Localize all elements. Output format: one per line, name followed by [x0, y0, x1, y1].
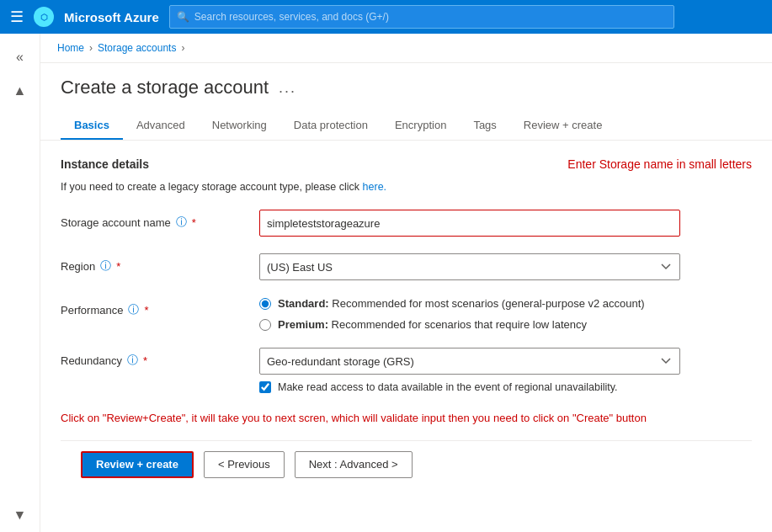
performance-premium-radio[interactable]	[259, 319, 271, 331]
sidebar-collapse-icon[interactable]: «	[0, 40, 40, 74]
storage-name-control	[259, 210, 680, 237]
page-header: Create a storage account ...	[40, 63, 772, 98]
read-access-checkbox[interactable]	[259, 381, 271, 393]
tab-review-create[interactable]: Review + create	[510, 112, 616, 140]
hamburger-icon[interactable]: ☰	[10, 8, 24, 26]
region-control: (US) East US (US) West US (EU) West Euro…	[259, 253, 680, 280]
top-nav: ☰ ⬡ Microsoft Azure 🔍	[0, 0, 772, 34]
page-title: Create a storage account	[61, 77, 269, 98]
section-title: Instance details	[61, 157, 149, 171]
performance-row: Performance ⓘ * Standard: Recommended fo…	[61, 297, 752, 331]
region-row: Region ⓘ * (US) East US (US) West US (EU…	[61, 253, 752, 280]
page-layout: « ▲ ▼ Home › Storage accounts › Create a…	[0, 34, 772, 532]
previous-button[interactable]: < Previous	[204, 451, 285, 478]
legacy-link[interactable]: here.	[363, 181, 387, 193]
storage-name-input[interactable]	[259, 210, 680, 237]
search-input[interactable]	[194, 11, 667, 23]
performance-premium-option[interactable]: Premium: Recommended for scenarios that …	[259, 318, 680, 331]
performance-standard-label: Standard: Recommended for most scenarios…	[278, 297, 645, 310]
content-area: Home › Storage accounts › Create a stora…	[40, 34, 772, 532]
storage-name-row: Storage account name ⓘ *	[61, 210, 752, 237]
tabs-container: Basics Advanced Networking Data protecti…	[40, 98, 772, 141]
breadcrumb-sep2: ›	[181, 42, 184, 54]
top-annotation: Enter Storage name in small letters	[567, 157, 752, 171]
brand-name: Microsoft Azure	[64, 10, 159, 24]
redundancy-info-icon[interactable]: ⓘ	[127, 353, 138, 368]
redundancy-control: Geo-redundant storage (GRS) Locally-redu…	[259, 348, 680, 393]
form-area: Instance details Enter Storage name in s…	[40, 141, 772, 505]
redundancy-row: Redundancy ⓘ * Geo-redundant storage (GR…	[61, 348, 752, 393]
sidebar: « ▲ ▼	[0, 34, 40, 532]
legacy-note: If you need to create a legacy storage a…	[61, 181, 752, 193]
performance-label: Performance ⓘ *	[61, 297, 246, 317]
performance-control: Standard: Recommended for most scenarios…	[259, 297, 680, 331]
tab-basics[interactable]: Basics	[61, 112, 123, 140]
tab-tags[interactable]: Tags	[460, 112, 509, 140]
search-bar[interactable]: 🔍	[169, 5, 674, 29]
breadcrumb-home[interactable]: Home	[57, 42, 84, 54]
redundancy-label-text: Redundancy	[61, 354, 122, 367]
region-required: *	[116, 260, 120, 273]
performance-standard-option[interactable]: Standard: Recommended for most scenarios…	[259, 297, 680, 310]
sidebar-scroll-down[interactable]: ▼	[0, 498, 40, 532]
azure-logo: ⬡	[34, 7, 54, 27]
performance-info-icon[interactable]: ⓘ	[128, 302, 139, 317]
redundancy-checkbox-row: Make read access to data available in th…	[259, 381, 680, 393]
performance-required: *	[144, 304, 148, 317]
performance-standard-radio[interactable]	[259, 298, 271, 310]
storage-name-required: *	[192, 216, 196, 229]
breadcrumb: Home › Storage accounts ›	[40, 34, 772, 63]
region-label: Region ⓘ *	[61, 253, 246, 274]
tab-networking[interactable]: Networking	[199, 112, 280, 140]
tab-encryption[interactable]: Encryption	[381, 112, 460, 140]
search-icon: 🔍	[177, 11, 189, 23]
tab-data-protection[interactable]: Data protection	[280, 112, 381, 140]
breadcrumb-sep1: ›	[89, 42, 93, 54]
performance-label-text: Performance	[61, 304, 123, 317]
storage-name-info-icon[interactable]: ⓘ	[176, 215, 187, 230]
sidebar-scroll-up[interactable]: ▲	[0, 74, 40, 108]
performance-radio-group: Standard: Recommended for most scenarios…	[259, 297, 680, 331]
review-create-button[interactable]: Review + create	[81, 451, 194, 478]
redundancy-label: Redundancy ⓘ *	[61, 348, 246, 368]
region-select[interactable]: (US) East US (US) West US (EU) West Euro…	[259, 253, 680, 280]
performance-premium-label: Premium: Recommended for scenarios that …	[278, 318, 587, 331]
read-access-label: Make read access to data available in th…	[278, 381, 618, 393]
redundancy-required: *	[143, 354, 147, 367]
region-info-icon[interactable]: ⓘ	[100, 258, 111, 274]
breadcrumb-storage[interactable]: Storage accounts	[98, 42, 176, 54]
tab-advanced[interactable]: Advanced	[123, 112, 199, 140]
redundancy-select[interactable]: Geo-redundant storage (GRS) Locally-redu…	[259, 348, 680, 375]
action-bar: Review + create < Previous Next : Advanc…	[61, 440, 752, 488]
more-button[interactable]: ...	[279, 79, 296, 97]
storage-name-label: Storage account name ⓘ *	[61, 210, 246, 230]
bottom-annotation: Click on "Review+Create", it will take y…	[61, 410, 752, 427]
next-button[interactable]: Next : Advanced >	[295, 451, 413, 478]
